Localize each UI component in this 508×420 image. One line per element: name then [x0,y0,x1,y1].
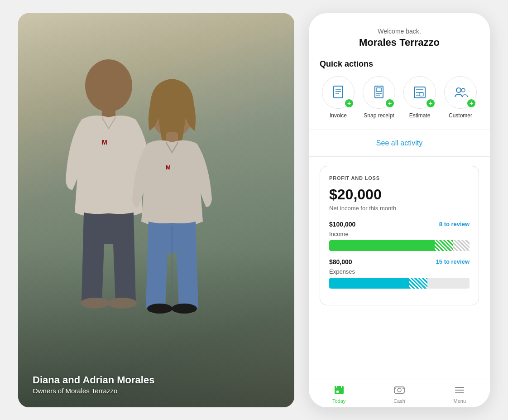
pl-expenses-row: $80,000 15 to review Expenses [329,258,470,289]
caption-title: Owners of Morales Terrazzo [33,387,154,395]
action-estimate[interactable]: + Estimate [401,76,438,119]
divider-1 [309,130,490,130]
snap-receipt-label: Snap receipt [364,112,394,119]
see-all-text[interactable]: See all activity [376,139,422,147]
welcome-text: Welcome back, [320,28,479,35]
welcome-section: Welcome back, Morales Terrazzo [320,28,479,48]
estimate-icon [412,84,428,101]
customer-label: Customer [449,112,472,119]
svg-rect-32 [394,387,404,393]
invoice-icon-wrap: + [322,76,355,109]
pl-income-review[interactable]: 8 to review [439,221,470,227]
svg-rect-31 [336,391,339,393]
pl-expenses-header: $80,000 15 to review [329,258,470,266]
svg-point-9 [147,304,173,314]
menu-label: Menu [454,398,466,404]
svg-point-1 [85,59,132,112]
svg-rect-24 [420,92,423,96]
svg-rect-28 [335,386,344,389]
estimate-label: Estimate [409,112,431,119]
nav-menu[interactable]: Menu [430,384,490,404]
pl-income-amount: $100,000 [329,221,355,228]
svg-point-33 [398,388,401,392]
svg-rect-17 [376,88,382,92]
pl-net-amount: $20,000 [329,186,470,203]
pl-title: PROFIT AND LOSS [329,175,470,181]
see-all-link[interactable]: See all activity [320,139,479,147]
income-bar-container [329,240,470,251]
expenses-bar-container [329,278,470,289]
pl-income-header: $100,000 8 to review [329,221,470,228]
photo-caption: Diana and Adrian Morales Owners of Moral… [33,374,154,395]
today-icon [333,384,345,396]
invoice-plus: + [345,99,353,107]
phone-panel: Welcome back, Morales Terrazzo Quick act… [309,13,490,407]
estimate-icon-wrap: + [403,76,436,109]
customer-icon [452,84,469,101]
svg-point-25 [456,88,461,92]
bottom-nav: Today Cash [309,378,490,407]
cash-icon [393,384,406,396]
pl-expenses-amount: $80,000 [329,258,352,266]
customer-icon-wrap: + [444,76,477,109]
quick-actions-row: + Invoice + Snap recei [320,76,479,119]
invoice-icon [330,84,346,101]
business-name: Morales Terrazzo [320,37,479,48]
nav-cash[interactable]: Cash [369,384,429,404]
pl-income-row: $100,000 8 to review Income [329,221,470,251]
menu-icon [453,384,466,396]
phone-content: Welcome back, Morales Terrazzo Quick act… [309,13,490,378]
profit-loss-card: PROFIT AND LOSS $20,000 Net income for t… [320,166,479,305]
svg-point-3 [81,298,110,309]
svg-text:M: M [102,139,107,146]
estimate-plus: + [427,99,435,107]
svg-point-4 [108,298,137,309]
receipt-plus: + [386,99,394,107]
svg-point-10 [172,304,197,314]
today-label: Today [332,398,345,404]
customer-plus: + [467,99,475,107]
divider-2 [309,156,490,157]
svg-text:M: M [166,164,171,171]
action-customer[interactable]: + Customer [442,76,479,119]
main-container: M [9,4,499,416]
svg-point-26 [461,88,465,92]
photo-panel: M [18,13,294,407]
caption-name: Diana and Adrian Morales [33,374,154,386]
pl-income-label: Income [329,231,470,237]
svg-rect-12 [334,86,343,98]
invoice-label: Invoice [330,112,347,119]
action-invoice[interactable]: + Invoice [320,76,357,119]
pl-expenses-label: Expenses [329,268,470,275]
action-snap-receipt[interactable]: + Snap receipt [360,76,398,119]
receipt-icon [371,84,387,101]
nav-today[interactable]: Today [309,384,369,404]
quick-actions-title: Quick actions [320,59,479,69]
pl-net-label: Net income for this month [329,205,470,212]
cash-label: Cash [393,398,405,404]
pl-expenses-review[interactable]: 15 to review [436,258,470,265]
snap-receipt-icon-wrap: + [363,76,395,109]
